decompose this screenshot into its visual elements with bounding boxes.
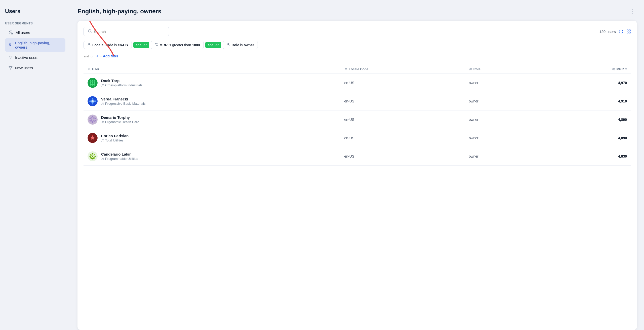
sidebar-item-label: Inactive users	[15, 55, 38, 60]
svg-rect-7	[627, 32, 628, 33]
user-info-0: Dock Torp Cross-platform Industrials	[101, 79, 142, 87]
svg-point-24	[90, 84, 91, 86]
user-count: 120 users	[599, 29, 616, 34]
sidebar-item-all-users[interactable]: All users	[5, 28, 65, 37]
svg-point-42	[90, 118, 91, 119]
user-name-3: Enrico Parisian	[101, 134, 129, 138]
svg-point-58	[90, 156, 91, 157]
svg-point-28	[92, 84, 93, 86]
add-filter-label: + Add filter	[100, 54, 118, 58]
svg-rect-6	[629, 30, 630, 31]
sidebar-item-inactive-users[interactable]: Inactive users	[5, 53, 65, 62]
svg-point-26	[92, 82, 93, 84]
layout-button[interactable]	[626, 29, 631, 34]
users-table: User Locale Code	[84, 65, 631, 166]
svg-point-64	[92, 156, 93, 157]
svg-point-36	[94, 100, 96, 102]
sidebar-item-label: All users	[16, 30, 30, 35]
col-role-icon	[469, 67, 472, 71]
svg-point-10	[155, 43, 156, 44]
mrr-filter-chip[interactable]: MRR is greater than 1000	[151, 41, 204, 49]
user-company-0: Cross-platform Industrials	[101, 83, 142, 87]
user-count-area: 120 users	[599, 29, 631, 34]
add-filter-button[interactable]: + + Add filter	[95, 52, 119, 60]
user-info-1: Verda Franecki Progressive Basic Materia…	[101, 97, 145, 105]
connector-2-button[interactable]: and or	[205, 42, 221, 48]
svg-point-11	[157, 43, 158, 44]
or-small-label: or	[90, 54, 94, 58]
user-company-1: Progressive Basic Materials	[101, 102, 145, 105]
col-mrr-label: MRR	[616, 67, 624, 71]
svg-point-14	[89, 68, 90, 69]
svg-point-25	[94, 84, 95, 86]
svg-point-37	[92, 98, 93, 99]
svg-point-19	[614, 68, 615, 69]
svg-point-22	[90, 80, 91, 82]
mrr-cell-2: 4,890	[541, 111, 631, 129]
filter-icon-new	[9, 66, 13, 70]
table-row[interactable]: Verda Franecki Progressive Basic Materia…	[84, 92, 631, 111]
filter-icon-active	[9, 43, 13, 47]
svg-point-34	[92, 100, 94, 102]
svg-point-57	[92, 158, 93, 160]
col-mrr[interactable]: MRR ▾	[541, 65, 631, 74]
col-user: User	[84, 65, 340, 74]
user-name-2: Demario Torphy	[101, 115, 139, 120]
search-box[interactable]	[84, 27, 169, 36]
svg-point-30	[94, 82, 95, 84]
search-input[interactable]	[94, 29, 165, 34]
sidebar-item-label: English, high-paying, owners	[15, 41, 62, 49]
search-row: 120 users	[84, 27, 631, 36]
company-icon	[101, 157, 104, 160]
header-menu-button[interactable]: ⋮	[627, 7, 637, 16]
user-info-2: Demario Torphy Ergonomic Health Care	[101, 115, 139, 124]
table-row[interactable]: Dock Torp Cross-platform Industrials en-…	[84, 74, 631, 92]
svg-point-65	[102, 158, 103, 159]
add-filter-icon: +	[96, 54, 98, 58]
locale-cell-2: en-US	[340, 111, 465, 129]
mrr-cell-4: 4,830	[541, 147, 631, 166]
filter-icon-inactive	[9, 56, 13, 60]
main-content: English, high-paying, owners ⋮ 120 users	[70, 0, 644, 330]
svg-point-45	[95, 120, 96, 122]
user-company-3: Total Utilities	[101, 138, 129, 142]
table-row[interactable]: Candelario Lakin Programmable Utilities …	[84, 147, 631, 166]
users-icon	[9, 30, 13, 35]
page-title: English, high-paying, owners	[77, 8, 161, 15]
connector-1-button[interactable]: and or	[133, 42, 149, 48]
svg-point-17	[471, 68, 471, 69]
svg-point-44	[90, 120, 91, 122]
sidebar-item-label: New users	[15, 66, 33, 70]
sidebar-item-english-high-paying-owners[interactable]: English, high-paying, owners	[5, 38, 65, 52]
table-row[interactable]: Enrico Parisian Total Utilities en-US ow…	[84, 129, 631, 147]
svg-point-38	[92, 103, 93, 104]
sort-icon: ▾	[625, 67, 627, 71]
svg-point-61	[94, 154, 95, 155]
role-filter-chip[interactable]: Role is owner	[223, 41, 258, 49]
user-info-3: Enrico Parisian Total Utilities	[101, 134, 129, 142]
col-mrr-icon	[612, 67, 615, 71]
avatar-2	[88, 115, 98, 125]
content-card: 120 users	[77, 21, 637, 330]
sidebar-item-new-users[interactable]: New users	[5, 63, 65, 72]
refresh-button[interactable]	[619, 29, 623, 34]
svg-line-4	[91, 32, 91, 32]
sidebar: Users User segments All users English, h…	[0, 0, 70, 330]
table-row[interactable]: Demario Torphy Ergonomic Health Care en-…	[84, 111, 631, 129]
col-role-label: Role	[473, 67, 480, 71]
role-cell-4: owner	[465, 147, 541, 166]
mrr-filter-label: MRR is greater than 1000	[159, 43, 200, 47]
or-label-1: or	[143, 43, 147, 47]
user-cell-2: Demario Torphy Ergonomic Health Care	[84, 111, 340, 129]
user-cell-3: Enrico Parisian Total Utilities	[84, 129, 340, 147]
person-icon	[87, 43, 91, 47]
svg-point-39	[102, 103, 103, 103]
and-label-1: and	[136, 43, 142, 47]
locale-filter-label: Locale Code is en-US	[92, 43, 128, 47]
locale-filter-chip[interactable]: Locale Code is en-US	[84, 41, 132, 49]
locale-cell-4: en-US	[340, 147, 465, 166]
svg-point-9	[89, 43, 90, 45]
svg-point-60	[90, 154, 91, 155]
user-company-4: Programmable Utilities	[101, 157, 138, 161]
svg-rect-5	[627, 30, 628, 31]
